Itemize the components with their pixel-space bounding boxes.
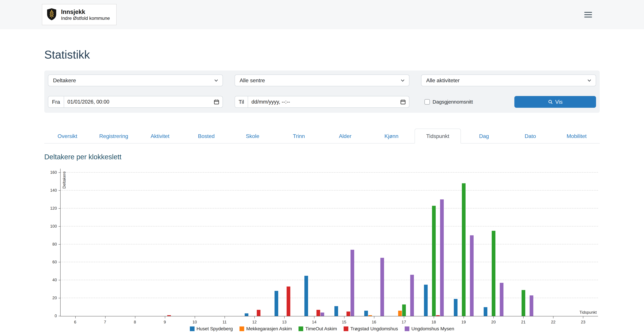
- tab-oversikt[interactable]: Oversikt: [44, 129, 90, 144]
- legend-swatch-icon: [298, 326, 303, 331]
- page-title: Statistikk: [44, 48, 600, 61]
- tab-trinn[interactable]: Trinn: [276, 129, 322, 144]
- chart-title: Deltakere per klokkeslett: [44, 153, 600, 161]
- brand-logo-box[interactable]: Innsjekk Indre Østfold kommune: [42, 4, 116, 25]
- day-average-option: Dagsgjennomsnitt: [421, 99, 473, 105]
- centers-select[interactable]: Alle sentre: [234, 75, 410, 86]
- hamburger-icon: [584, 12, 592, 13]
- legend-item-huset-spydeberg[interactable]: Huset Spydeberg: [190, 326, 233, 331]
- y-tick-label: 80: [46, 242, 57, 247]
- tab-alder[interactable]: Alder: [322, 129, 368, 144]
- brand-subtitle: Indre Østfold kommune: [61, 16, 110, 21]
- y-gridline-120: [60, 208, 598, 208]
- bar-huset-spydeberg-18[interactable]: [424, 285, 428, 316]
- bar-huset-spydeberg-14[interactable]: [304, 276, 308, 316]
- x-tick-label-15: 15: [342, 320, 346, 324]
- bar-huset-spydeberg-16[interactable]: [364, 311, 368, 316]
- legend-item-mekkegarasjen-askim[interactable]: Mekkegarasjen Askim: [240, 326, 292, 331]
- x-tick-label-9: 9: [164, 320, 166, 324]
- bar-chart: Deltakere Tidspunkt 02040608010012014016…: [44, 169, 600, 331]
- bar-huset-spydeberg-12[interactable]: [245, 313, 248, 316]
- bar-trøgstad-ungdomshus-12[interactable]: [257, 310, 260, 316]
- bar-huset-spydeberg-13[interactable]: [274, 291, 278, 316]
- municipality-shield-icon: [46, 8, 57, 21]
- from-datetime-input[interactable]: 01/01/2026, 00:00: [64, 96, 214, 107]
- x-tick-label-21: 21: [521, 320, 526, 324]
- y-axis-title: Deltakere: [62, 171, 66, 189]
- bar-ungdomshus-mysen-17[interactable]: [410, 275, 414, 316]
- legend-label: Huset Spydeberg: [196, 326, 233, 331]
- bar-ungdomshus-mysen-21[interactable]: [530, 295, 533, 316]
- centers-select-value: Alle sentre: [240, 77, 265, 84]
- bar-ungdomshus-mysen-14[interactable]: [320, 312, 324, 316]
- legend-item-trøgstad-ungdomshus[interactable]: Trøgstad Ungdomshus: [344, 326, 398, 331]
- bar-slot: [316, 310, 320, 316]
- tab-bosted[interactable]: Bosted: [183, 129, 230, 144]
- bar-slot: [364, 311, 368, 316]
- bar-slot: [492, 231, 496, 316]
- x-axis-title: Tidspunkt: [580, 310, 597, 315]
- y-tick: [58, 226, 60, 227]
- bar-ungdomshus-mysen-15[interactable]: [350, 250, 354, 316]
- bar-group-21: [513, 290, 534, 316]
- tab-aktivitet[interactable]: Aktivitet: [137, 129, 183, 144]
- bar-slot: [470, 235, 474, 316]
- bar-trøgstad-ungdomshus-18[interactable]: [436, 315, 440, 316]
- bar-trøgstad-ungdomshus-15[interactable]: [346, 311, 350, 316]
- bar-slot: [320, 312, 324, 316]
- bar-group-15: [334, 250, 354, 316]
- bar-timeout-askim-19[interactable]: [462, 183, 466, 316]
- hamburger-icon: [584, 14, 592, 15]
- bar-group-20: [484, 231, 504, 316]
- bar-ungdomshus-mysen-18[interactable]: [440, 199, 444, 316]
- hamburger-menu-button[interactable]: [582, 10, 594, 19]
- bar-ungdomshus-mysen-20[interactable]: [500, 283, 504, 316]
- show-button-label: Vis: [555, 99, 563, 105]
- bar-group-18: [424, 199, 444, 316]
- y-tick: [58, 244, 60, 244]
- x-tick-label-17: 17: [402, 320, 406, 324]
- bar-timeout-askim-18[interactable]: [432, 206, 436, 316]
- legend-item-timeout-askim[interactable]: TimeOut Askim: [298, 326, 337, 331]
- x-axis-labels: 67891011121314151617181920212223: [60, 316, 598, 325]
- tab-skole[interactable]: Skole: [230, 129, 276, 144]
- bar-timeout-askim-21[interactable]: [522, 290, 525, 316]
- tab-mobilitet[interactable]: Mobilitet: [554, 129, 600, 144]
- bar-trøgstad-ungdomshus-9[interactable]: [167, 315, 171, 316]
- bar-huset-spydeberg-20[interactable]: [484, 307, 487, 316]
- tab-kjønn[interactable]: Kjønn: [368, 129, 414, 144]
- bar-slot: [410, 275, 414, 316]
- bar-slot: [398, 311, 402, 316]
- bar-mekkegarasjen-askim-17[interactable]: [398, 311, 402, 316]
- show-button[interactable]: Vis: [514, 96, 596, 108]
- bar-mekkegarasjen-askim-16[interactable]: [368, 315, 372, 316]
- bar-huset-spydeberg-19[interactable]: [454, 299, 458, 316]
- app-header: Innsjekk Indre Østfold kommune: [0, 0, 644, 29]
- y-tick: [58, 280, 60, 280]
- day-average-checkbox[interactable]: [424, 99, 430, 105]
- search-icon: [548, 99, 553, 104]
- bar-ungdomshus-mysen-19[interactable]: [470, 235, 474, 316]
- bar-timeout-askim-20[interactable]: [492, 231, 496, 316]
- tab-registrering[interactable]: Registrering: [90, 129, 137, 144]
- calendar-icon[interactable]: [214, 96, 222, 107]
- bar-group-14: [304, 276, 324, 316]
- tab-tidspunkt[interactable]: Tidspunkt: [414, 129, 461, 144]
- tab-dato[interactable]: Dato: [507, 129, 554, 144]
- bar-trøgstad-ungdomshus-14[interactable]: [316, 310, 320, 316]
- bar-ungdomshus-mysen-16[interactable]: [380, 258, 384, 316]
- bar-slot: [522, 290, 526, 316]
- calendar-icon[interactable]: [400, 96, 409, 107]
- participant-type-select[interactable]: Deltakere: [48, 75, 223, 86]
- activities-select[interactable]: Alle aktiviteter: [421, 75, 596, 86]
- x-tick-label-10: 10: [192, 320, 197, 324]
- bar-slot: [286, 286, 290, 316]
- tab-dag[interactable]: Dag: [461, 129, 507, 144]
- y-gridline-40: [60, 280, 598, 280]
- to-datetime-input[interactable]: dd/mm/yyyy, --:--: [248, 96, 400, 107]
- bar-huset-spydeberg-15[interactable]: [334, 306, 338, 316]
- legend-item-ungdomshus-mysen[interactable]: Ungdomshus Mysen: [405, 326, 454, 331]
- x-tick-label-16: 16: [372, 320, 376, 324]
- bar-timeout-askim-17[interactable]: [402, 304, 406, 316]
- bar-trøgstad-ungdomshus-13[interactable]: [286, 286, 290, 316]
